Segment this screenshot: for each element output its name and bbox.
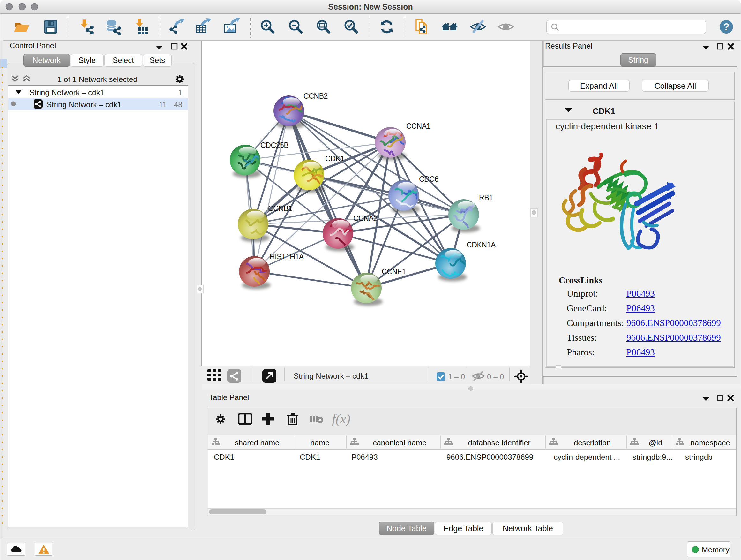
svg-text:CCNE1: CCNE1 xyxy=(382,267,406,276)
svg-text:CDC25B: CDC25B xyxy=(260,141,288,149)
svg-text:?: ? xyxy=(723,21,730,33)
svg-text:CCNB2: CCNB2 xyxy=(304,92,328,100)
svg-text:CCNA2: CCNA2 xyxy=(353,214,378,223)
svg-text:CCNB1: CCNB1 xyxy=(268,204,292,212)
svg-text:HIST1H1A: HIST1H1A xyxy=(270,253,304,261)
svg-text:CDKN1A: CDKN1A xyxy=(467,241,496,249)
svg-text:CCNA1: CCNA1 xyxy=(406,122,430,130)
svg-text:CDC6: CDC6 xyxy=(419,175,439,183)
svg-text:RB1: RB1 xyxy=(479,193,493,202)
svg-text:CDK1: CDK1 xyxy=(325,154,344,163)
